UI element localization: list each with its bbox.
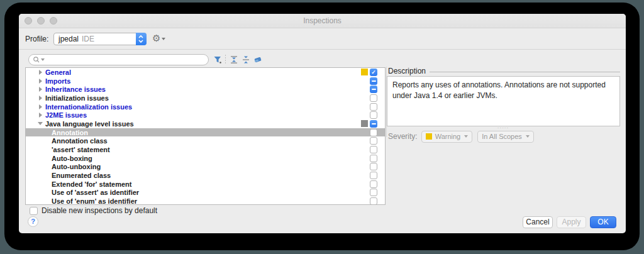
severity-select[interactable]: Warning — [421, 131, 473, 143]
tree-item-label[interactable]: Annotation — [52, 129, 88, 136]
inspection-enabled-checkbox[interactable] — [370, 197, 377, 205]
tree-item-label[interactable]: Annotation class — [52, 137, 108, 145]
scope-value: In All Scopes — [482, 133, 522, 140]
gear-icon: ⚙ — [152, 32, 160, 45]
tree-row[interactable]: Auto-unboxing — [26, 162, 385, 171]
chevron-down-icon — [464, 135, 468, 138]
chevron-right-icon[interactable] — [36, 70, 44, 75]
tree-item-label[interactable]: Extended 'for' statement — [52, 180, 131, 188]
profile-label: Profile: — [25, 35, 48, 43]
tree-item-label[interactable]: Initialization issues — [45, 94, 109, 102]
tree-row[interactable]: Inheritance issues — [26, 85, 385, 94]
expand-all-icon[interactable] — [228, 54, 240, 66]
description-header: Description — [388, 67, 620, 75]
reset-filter-icon[interactable] — [252, 54, 264, 66]
chevron-right-icon[interactable] — [36, 87, 44, 92]
chevron-right-icon[interactable] — [36, 113, 44, 118]
inspection-enabled-checkbox[interactable] — [370, 189, 377, 196]
cancel-button[interactable]: Cancel — [523, 216, 553, 228]
description-rule — [430, 72, 620, 72]
description-text: Reports any uses of annotations. Annotat… — [387, 76, 620, 126]
inspection-enabled-checkbox[interactable] — [370, 120, 377, 128]
profile-value: jpedal — [58, 35, 79, 43]
tree-row[interactable]: Annotation class — [26, 136, 385, 145]
profile-actions-button[interactable]: ⚙ — [152, 32, 165, 45]
warning-color-swatch — [426, 133, 432, 140]
chevron-right-icon[interactable] — [36, 79, 44, 84]
tree-item-label[interactable]: J2ME issues — [45, 111, 87, 119]
tree-row[interactable]: Initialization issues — [26, 94, 385, 102]
profile-select[interactable]: jpedal IDE — [53, 33, 147, 45]
ok-button[interactable]: OK — [590, 216, 616, 228]
chevron-down-icon[interactable] — [36, 122, 44, 125]
toolbar-divider — [19, 49, 626, 50]
scope-select[interactable]: In All Scopes — [477, 131, 534, 143]
tree-row[interactable]: Auto-boxing — [26, 154, 385, 163]
tree-row[interactable]: Annotation — [26, 128, 385, 137]
search-icon[interactable] — [33, 56, 45, 64]
inspection-enabled-checkbox[interactable] — [370, 180, 377, 188]
help-button[interactable]: ? — [28, 216, 38, 227]
tree-item-label[interactable]: Java language level issues — [45, 120, 134, 128]
inspection-enabled-checkbox[interactable] — [370, 146, 377, 153]
search-input[interactable] — [45, 56, 208, 64]
profile-row: Profile: jpedal IDE ⚙ — [19, 30, 626, 49]
inspection-enabled-checkbox[interactable] — [370, 94, 377, 102]
window-title: Inspections — [19, 16, 626, 25]
inspection-enabled-checkbox[interactable] — [370, 137, 377, 145]
tree-item-label[interactable]: Inheritance issues — [45, 86, 106, 93]
inspection-enabled-checkbox[interactable] — [370, 86, 377, 93]
severity-value: Warning — [435, 133, 461, 140]
inspections-dialog: Inspections Profile: jpedal IDE ⚙ — [19, 14, 626, 233]
apply-button[interactable]: Apply — [557, 216, 586, 228]
search-field[interactable] — [28, 54, 209, 65]
tree-toolbar — [211, 53, 264, 66]
tree-row[interactable]: General — [26, 68, 385, 77]
severity-badge — [361, 69, 368, 75]
tree-item-label[interactable]: Auto-boxing — [52, 155, 92, 162]
description-title: Description — [388, 67, 426, 75]
severity-label: Severity: — [388, 132, 418, 141]
inspection-enabled-checkbox[interactable] — [370, 111, 377, 119]
tree-row[interactable]: Use of 'enum' as identifier — [26, 197, 385, 205]
chevron-right-icon[interactable] — [36, 96, 44, 101]
tree-row[interactable]: J2ME issues — [26, 111, 385, 119]
title-bar[interactable]: Inspections — [19, 14, 626, 28]
tree-item-label[interactable]: Internationalization issues — [45, 103, 132, 111]
disable-inspections-row: Disable new inspections by default — [30, 206, 157, 215]
tree-item-label[interactable]: Auto-unboxing — [52, 163, 101, 170]
tree-row[interactable]: Extended 'for' statement — [26, 180, 385, 189]
severity-row: Severity: Warning In All Scopes — [388, 130, 539, 143]
tree-row[interactable]: 'assert' statement — [26, 145, 385, 154]
combo-stepper-icon[interactable] — [136, 33, 147, 45]
inspection-enabled-checkbox[interactable] — [370, 69, 377, 76]
toolbar-separator — [225, 55, 226, 65]
inspection-enabled-checkbox[interactable] — [370, 103, 377, 111]
severity-badge — [361, 120, 368, 127]
tree-row[interactable]: Java language level issues — [26, 119, 385, 128]
chevron-right-icon[interactable] — [36, 104, 44, 109]
filter-icon[interactable] — [211, 54, 223, 66]
tree-item-label[interactable]: Imports — [45, 77, 70, 85]
tree-item-label[interactable]: Use of 'enum' as identifier — [52, 197, 137, 205]
tree-item-label[interactable]: 'assert' statement — [52, 146, 110, 153]
disable-inspections-label: Disable new inspections by default — [42, 206, 157, 215]
tree-row[interactable]: Imports — [26, 77, 385, 86]
disable-inspections-checkbox[interactable] — [30, 207, 38, 215]
tree-row[interactable]: Use of 'assert' as identifier — [26, 188, 385, 197]
collapse-all-icon[interactable] — [240, 54, 252, 66]
inspection-enabled-checkbox[interactable] — [370, 77, 377, 85]
chevron-down-icon — [162, 38, 165, 40]
chevron-down-icon — [526, 135, 530, 138]
inspection-enabled-checkbox[interactable] — [370, 129, 377, 136]
tree-item-label[interactable]: General — [45, 69, 71, 76]
profile-value-suffix: IDE — [82, 35, 94, 43]
tree-item-label[interactable]: Enumerated class — [52, 172, 111, 179]
tree-item-label[interactable]: Use of 'assert' as identifier — [52, 189, 139, 196]
inspection-tree[interactable]: GeneralImportsInheritance issuesInitiali… — [25, 67, 386, 205]
inspection-enabled-checkbox[interactable] — [370, 155, 377, 162]
tree-row[interactable]: Enumerated class — [26, 171, 385, 180]
tree-row[interactable]: Internationalization issues — [26, 102, 385, 111]
inspection-enabled-checkbox[interactable] — [370, 163, 377, 170]
inspection-enabled-checkbox[interactable] — [370, 172, 377, 179]
